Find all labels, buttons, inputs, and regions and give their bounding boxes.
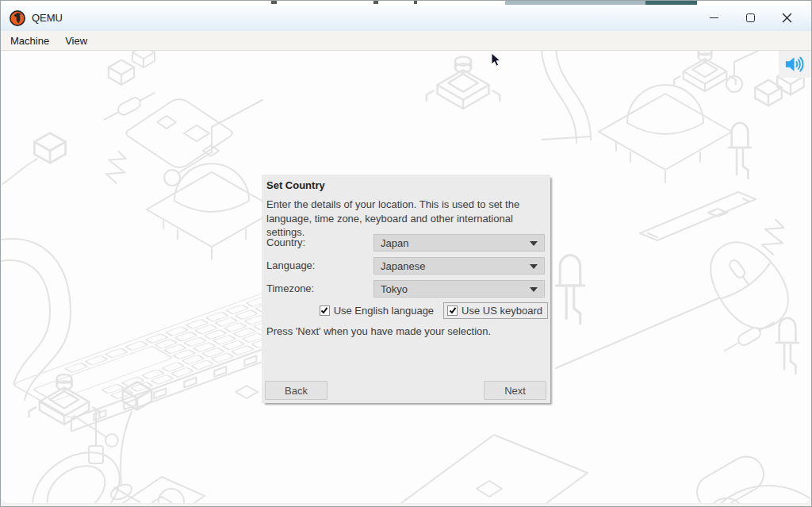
volume-widget[interactable]	[779, 51, 811, 78]
menu-view[interactable]: View	[57, 31, 95, 51]
chevron-down-icon	[530, 241, 538, 246]
minimize-button[interactable]	[695, 5, 732, 31]
cursor-arrow-icon	[491, 52, 501, 67]
minimize-icon	[710, 17, 718, 18]
language-row: Language: Japanese	[266, 257, 546, 275]
country-dropdown[interactable]: Japan	[373, 234, 545, 252]
qemu-logo-icon	[9, 10, 26, 27]
close-button[interactable]	[768, 5, 805, 31]
checkmark-icon	[449, 306, 457, 314]
language-value: Japanese	[381, 260, 425, 272]
qemu-window: QEMU Machine View	[0, 0, 812, 507]
next-button[interactable]: Next	[484, 381, 546, 400]
dialog-title: Set Country	[266, 179, 325, 191]
language-dropdown[interactable]: Japanese	[373, 257, 545, 275]
volume-speaker-icon	[784, 55, 806, 74]
use-us-keyboard-checkbox[interactable]: Use US keyboard	[443, 302, 548, 319]
country-row: Country: Japan	[266, 234, 546, 252]
timezone-dropdown[interactable]: Tokyo	[373, 280, 545, 298]
maximize-button[interactable]	[732, 5, 768, 31]
menubar: Machine View	[1, 31, 811, 51]
titlebar: QEMU	[1, 5, 811, 31]
back-button[interactable]: Back	[265, 381, 327, 400]
timezone-value: Tokyo	[381, 283, 408, 295]
window-title: QEMU	[32, 12, 63, 24]
guest-display: Set Country Enter the details of your lo…	[1, 51, 811, 503]
menu-machine[interactable]: Machine	[1, 31, 57, 51]
checkbox-row: Use English language Use US keyboard	[320, 301, 548, 320]
close-icon	[782, 13, 792, 23]
maximize-icon	[746, 13, 755, 22]
checkmark-icon	[320, 306, 328, 314]
chevron-down-icon	[530, 264, 538, 269]
use-english-language-checkbox[interactable]: Use English language	[320, 305, 434, 317]
set-country-dialog: Set Country Enter the details of your lo…	[262, 175, 550, 403]
dialog-description: Enter the details of your location. This…	[266, 198, 547, 240]
checkbox-label: Use English language	[334, 305, 434, 317]
checkbox-box	[320, 305, 330, 316]
dialog-hint: Press 'Next' when you have made your sel…	[266, 325, 491, 337]
timezone-row: Timezone: Tokyo	[266, 280, 546, 298]
checkbox-box	[447, 305, 458, 316]
checkbox-label: Use US keyboard	[462, 305, 542, 317]
chevron-down-icon	[530, 287, 538, 292]
country-value: Japan	[381, 237, 408, 249]
